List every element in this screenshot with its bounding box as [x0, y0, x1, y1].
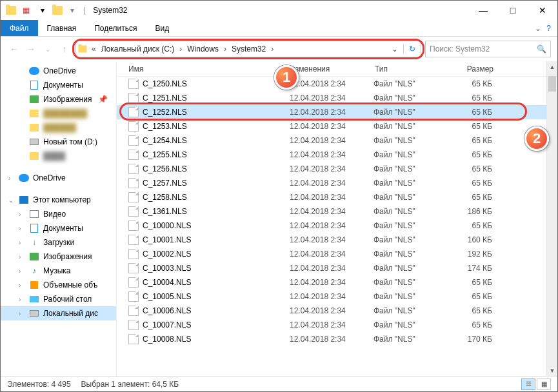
breadcrumb-segment[interactable]: System32: [229, 44, 268, 54]
chevron-right-icon[interactable]: ›: [19, 239, 21, 246]
file-row[interactable]: C_1252.NLS12.04.2018 2:34Файл "NLS"65 КБ: [117, 105, 546, 119]
sidebar-item-blurred[interactable]: ████████: [1, 106, 116, 121]
sidebar-item-documents[interactable]: ›Документы: [1, 221, 116, 235]
scroll-down-icon[interactable]: ▼: [547, 365, 557, 376]
up-button[interactable]: ↑: [57, 42, 72, 56]
sidebar-item-localdisk[interactable]: ›Локальный дис: [1, 306, 116, 320]
file-size: 65 КБ: [444, 193, 501, 202]
chevron-right-icon[interactable]: ›: [19, 268, 21, 275]
file-row[interactable]: C_10005.NLS12.04.2018 2:34Файл "NLS"65 К…: [117, 289, 546, 304]
file-date: 12.04.2018 2:34: [290, 235, 374, 244]
file-row[interactable]: C_10002.NLS12.04.2018 2:34Файл "NLS"192 …: [117, 247, 546, 261]
sidebar-item-videos[interactable]: ›Видео: [1, 207, 116, 221]
maximize-button[interactable]: □: [498, 1, 528, 20]
file-row[interactable]: C_1254.NLS12.04.2018 2:34Файл "NLS"65 КБ: [117, 133, 546, 148]
forward-button[interactable]: →: [24, 42, 38, 56]
qat-customize-icon[interactable]: ▾: [65, 3, 79, 17]
chevron-down-icon[interactable]: ⌄: [8, 197, 14, 204]
tab-share[interactable]: Поделиться: [85, 20, 146, 36]
qat-new-folder-icon[interactable]: ▾: [35, 3, 50, 17]
status-selection: Выбран 1 элемент: 64,5 КБ: [81, 380, 179, 389]
column-name[interactable]: Имя: [117, 64, 291, 74]
sidebar-item-3dobjects[interactable]: ›Объемные объ: [1, 278, 116, 292]
file-name: C_10002.NLS: [143, 250, 290, 259]
file-row[interactable]: C_1257.NLS12.04.2018 2:34Файл "NLS"65 КБ: [117, 176, 546, 190]
file-row[interactable]: C_10008.NLS12.04.2018 2:34Файл "NLS"170 …: [117, 332, 546, 346]
back-button[interactable]: ←: [7, 42, 21, 56]
file-row[interactable]: C_10003.NLS12.04.2018 2:34Файл "NLS"174 …: [117, 261, 546, 275]
file-row[interactable]: C_10006.NLS12.04.2018 2:34Файл "NLS"65 К…: [117, 304, 546, 318]
chevron-right-icon[interactable]: ›: [19, 296, 21, 303]
address-bar[interactable]: « Локальный диск (C:) › Windows › System…: [75, 41, 421, 57]
navigation-bar: ← → ⌄ ↑ « Локальный диск (C:) › Windows …: [1, 37, 557, 61]
file-date: 12.04.2018 2:34: [290, 164, 374, 173]
file-list[interactable]: C_1250.NLS12.04.2018 2:34Файл "NLS"65 КБ…: [117, 77, 546, 376]
file-date: 12.04.2018 2:34: [290, 207, 374, 216]
column-type[interactable]: Тип: [375, 64, 446, 74]
file-type: Файл "NLS": [374, 335, 444, 344]
file-type: Файл "NLS": [374, 93, 444, 103]
sidebar-item-images[interactable]: Изображения📌: [1, 92, 116, 106]
file-row[interactable]: C_1255.NLS12.04.2018 2:34Файл "NLS"65 КБ: [117, 148, 546, 162]
tab-file[interactable]: Файл: [1, 20, 38, 36]
sidebar-item-onedrive[interactable]: OneDrive: [1, 64, 116, 78]
chevron-right-icon[interactable]: ›: [268, 44, 276, 54]
file-size: 65 КБ: [444, 278, 501, 287]
file-size: 65 КБ: [444, 221, 501, 230]
chevron-right-icon[interactable]: ›: [221, 44, 229, 54]
file-row[interactable]: C_10000.NLS12.04.2018 2:34Файл "NLS"65 К…: [117, 219, 546, 233]
pin-icon: 📌: [98, 95, 108, 104]
file-row[interactable]: C_1253.NLS12.04.2018 2:34Файл "NLS"65 КБ: [117, 119, 546, 133]
file-row[interactable]: C_10001.NLS12.04.2018 2:34Файл "NLS"160 …: [117, 233, 546, 247]
sidebar-item-thispc[interactable]: ⌄Этот компьютер: [1, 193, 116, 207]
chevron-right-icon[interactable]: ›: [19, 225, 21, 232]
qat-folder-icon[interactable]: [52, 6, 63, 15]
minimize-button[interactable]: —: [468, 1, 498, 20]
tab-view[interactable]: Вид: [146, 20, 178, 36]
search-input[interactable]: Поиск: System32 🔍: [425, 41, 551, 57]
sidebar-item-desktop[interactable]: ›Рабочий стол: [1, 292, 116, 306]
scroll-up-icon[interactable]: ▲: [547, 61, 557, 72]
chevron-right-icon[interactable]: ›: [19, 211, 21, 218]
address-dropdown-icon[interactable]: ⌄: [386, 44, 403, 54]
file-name: C_1251.NLS: [143, 93, 290, 103]
chevron-right-icon[interactable]: ›: [19, 253, 21, 260]
file-row[interactable]: C_1258.NLS12.04.2018 2:34Файл "NLS"65 КБ: [117, 190, 546, 204]
sidebar-item-onedrive-root[interactable]: ›OneDrive: [1, 171, 116, 185]
ribbon-expand-icon[interactable]: ⌄: [535, 24, 541, 33]
sidebar-item-newvolume[interactable]: Новый том (D:): [1, 135, 116, 149]
chevron-left-icon[interactable]: «: [89, 44, 99, 54]
breadcrumb-segment[interactable]: Windows: [184, 44, 221, 54]
view-details-button[interactable]: ☰: [521, 378, 535, 390]
chevron-right-icon[interactable]: ›: [19, 282, 21, 289]
navigation-pane[interactable]: OneDrive Документы Изображения📌 ████████…: [1, 61, 117, 376]
chevron-right-icon[interactable]: ›: [19, 310, 21, 317]
sidebar-item-images[interactable]: ›Изображения: [1, 250, 116, 264]
file-row[interactable]: C_1256.NLS12.04.2018 2:34Файл "NLS"65 КБ: [117, 162, 546, 176]
close-button[interactable]: ✕: [528, 1, 557, 20]
view-icons-button[interactable]: ▦: [537, 378, 551, 390]
file-row[interactable]: C_1250.NLS12.04.2018 2:34Файл "NLS"65 КБ: [117, 77, 546, 91]
column-size[interactable]: Размер: [446, 64, 503, 74]
help-icon[interactable]: ?: [546, 24, 551, 33]
qat-properties-icon[interactable]: ▦: [19, 3, 33, 17]
sidebar-item-downloads[interactable]: ›↓Загрузки: [1, 235, 116, 250]
breadcrumb-segment[interactable]: Локальный диск (C:): [99, 44, 177, 54]
sidebar-item-documents[interactable]: Документы: [1, 78, 116, 92]
vertical-scrollbar[interactable]: ▲ ▼: [546, 61, 557, 376]
sidebar-item-music[interactable]: ›♪Музыка: [1, 264, 116, 278]
file-row[interactable]: C_10004.NLS12.04.2018 2:34Файл "NLS"65 К…: [117, 275, 546, 289]
recent-dropdown[interactable]: ⌄: [41, 42, 55, 56]
chevron-right-icon[interactable]: ›: [177, 44, 184, 54]
refresh-button[interactable]: ↻: [403, 44, 421, 54]
file-row[interactable]: C_1361.NLS12.04.2018 2:34Файл "NLS"186 К…: [117, 204, 546, 219]
file-row[interactable]: C_10007.NLS12.04.2018 2:34Файл "NLS"65 К…: [117, 318, 546, 332]
tab-home[interactable]: Главная: [38, 20, 86, 36]
sidebar-item-blurred[interactable]: ██████: [1, 121, 116, 135]
search-icon[interactable]: 🔍: [537, 44, 546, 54]
sidebar-item-blurred[interactable]: ████: [1, 149, 116, 163]
file-row[interactable]: C_1251.NLS12.04.2018 2:34Файл "NLS"65 КБ: [117, 91, 546, 105]
chevron-right-icon[interactable]: ›: [8, 175, 10, 182]
scrollbar-thumb[interactable]: [548, 76, 556, 92]
column-date[interactable]: изменения: [291, 64, 375, 74]
